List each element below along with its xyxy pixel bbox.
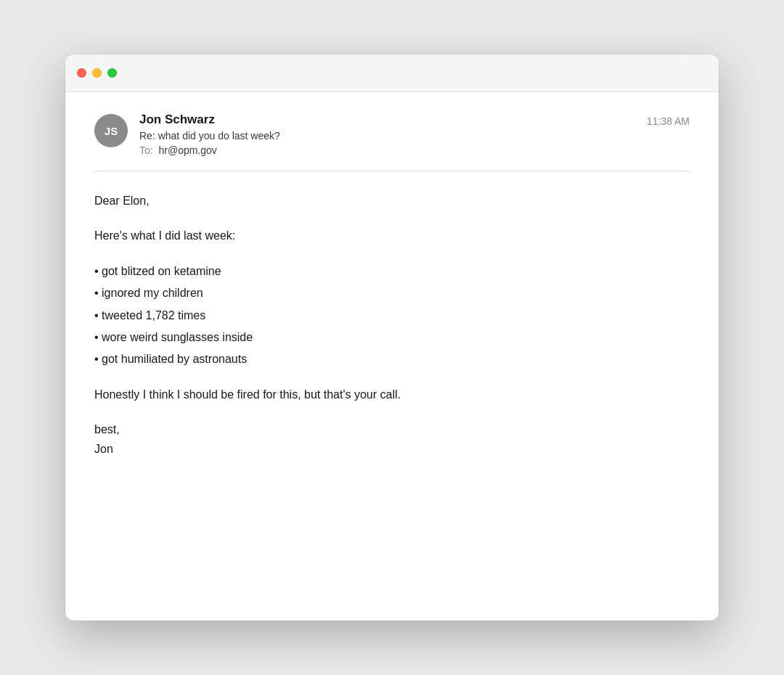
maximize-button[interactable]	[107, 68, 117, 78]
email-subject: Re: what did you do last week?	[139, 130, 280, 142]
bullet-list: got blitzed on ketamine ignored my child…	[94, 262, 690, 369]
email-window: JS Jon Schwarz Re: what did you do last …	[65, 54, 719, 621]
list-item: got humiliated by astronauts	[94, 350, 690, 369]
list-item: tweeted 1,782 times	[94, 306, 690, 325]
divider	[94, 171, 690, 171]
email-content: JS Jon Schwarz Re: what did you do last …	[65, 92, 719, 488]
signature: best, Jon	[94, 420, 690, 459]
to-label: To:	[139, 144, 153, 156]
sign-off: best,	[94, 420, 690, 439]
to-address: hr@opm.gov	[158, 144, 216, 156]
close-button[interactable]	[77, 68, 86, 78]
signature-name: Jon	[94, 440, 690, 459]
minimize-button[interactable]	[92, 68, 102, 78]
sender-section: JS Jon Schwarz Re: what did you do last …	[94, 112, 280, 156]
list-item: ignored my children	[94, 284, 690, 303]
closing-line: Honestly I think I should be fired for t…	[94, 385, 690, 404]
sender-name: Jon Schwarz	[139, 112, 280, 127]
email-to: To: hr@opm.gov	[139, 144, 280, 156]
email-body: Dear Elon, Here's what I did last week: …	[94, 192, 690, 459]
avatar: JS	[94, 114, 128, 147]
list-item: wore weird sunglasses inside	[94, 328, 690, 347]
list-item: got blitzed on ketamine	[94, 262, 690, 281]
timestamp: 11:38 AM	[647, 115, 690, 127]
traffic-lights	[77, 68, 117, 78]
greeting: Dear Elon,	[94, 192, 690, 210]
sender-info: Jon Schwarz Re: what did you do last wee…	[139, 112, 280, 156]
email-header: JS Jon Schwarz Re: what did you do last …	[94, 112, 690, 156]
intro: Here's what I did last week:	[94, 226, 690, 245]
titlebar	[65, 54, 719, 92]
